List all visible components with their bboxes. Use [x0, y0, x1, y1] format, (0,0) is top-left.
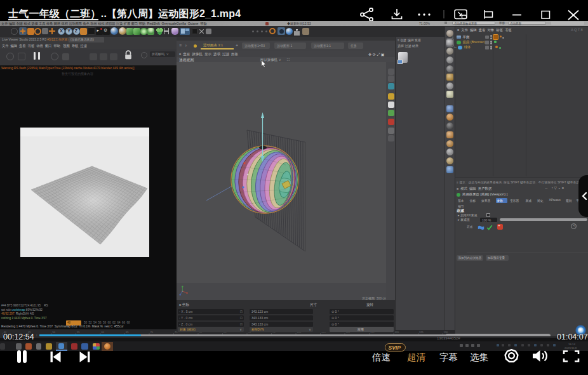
- svg-text:50: 50: [53, 331, 56, 334]
- svg-text:55: 55: [77, 331, 80, 334]
- svg-text:120: 120: [395, 331, 399, 334]
- svg-text:65: 65: [126, 331, 129, 334]
- svg-text:125: 125: [419, 331, 424, 334]
- svg-text:70: 70: [150, 331, 154, 334]
- svg-text:60: 60: [102, 331, 105, 334]
